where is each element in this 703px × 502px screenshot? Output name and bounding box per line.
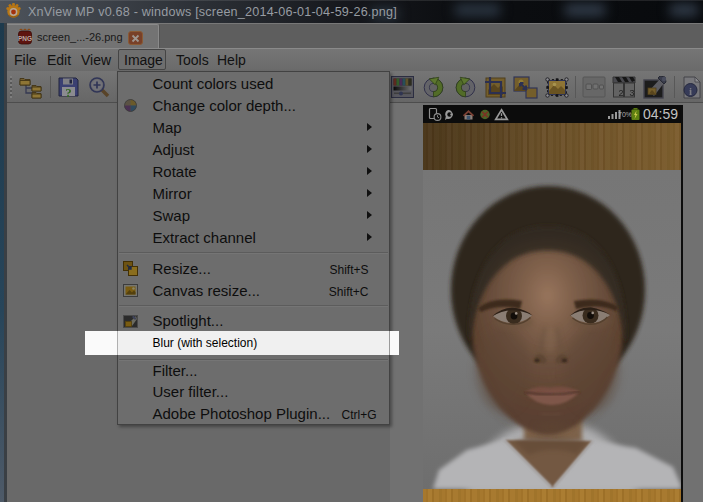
svg-text:PNG: PNG [18, 35, 32, 42]
svg-text:i: i [689, 85, 692, 97]
svg-text:3: 3 [629, 88, 634, 98]
svg-text:2: 2 [618, 88, 623, 98]
svg-text:?: ? [65, 85, 72, 99]
